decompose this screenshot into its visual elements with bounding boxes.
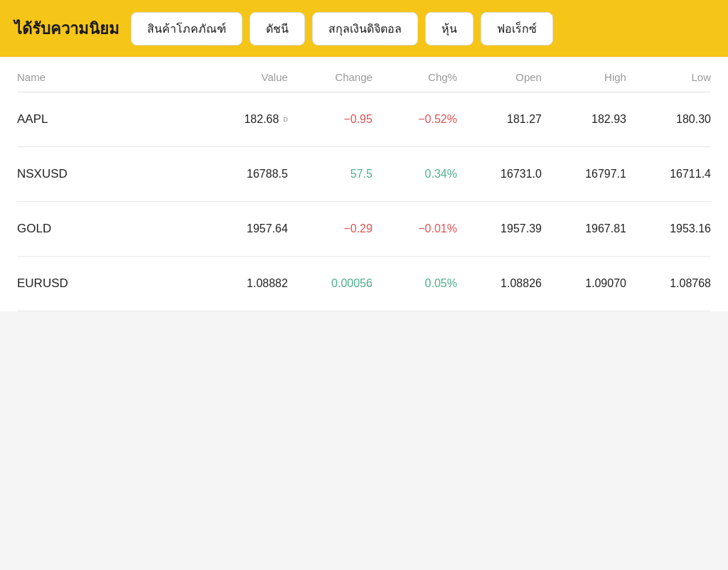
cell-change: 0.00056 xyxy=(288,277,373,290)
cell-chg-pct: 0.05% xyxy=(373,277,457,290)
cell-open: 16731.0 xyxy=(457,168,542,181)
col-name: Name xyxy=(17,71,186,83)
nav-buttons: สินค้าโภคภัณฑ์ดัชนีสกุลเงินดิจิตอลหุ้นฟอ… xyxy=(131,12,553,45)
nav-btn-stock[interactable]: หุ้น xyxy=(425,12,473,45)
table-row[interactable]: NSXUSD 16788.5 57.5 0.34% 16731.0 16797.… xyxy=(17,147,711,202)
header: ได้รับความนิยม สินค้าโภคภัณฑ์ดัชนีสกุลเง… xyxy=(0,0,728,57)
cell-change: −0.29 xyxy=(288,222,373,235)
cell-high: 16797.1 xyxy=(542,168,626,181)
header-title: ได้รับความนิยม xyxy=(14,16,119,41)
cell-high: 1967.81 xyxy=(542,222,626,235)
col-chg-pct: Chg% xyxy=(373,71,457,83)
nav-btn-forex[interactable]: ฟอเร็กซ์ xyxy=(481,12,553,45)
cell-high: 1.09070 xyxy=(542,277,626,290)
cell-name: NSXUSD xyxy=(17,167,186,181)
cell-change: −0.95 xyxy=(288,113,373,126)
cell-value: 16788.5 xyxy=(186,168,288,181)
cell-open: 181.27 xyxy=(457,113,542,126)
main-content: Name Value Change Chg% Open High Low AAP… xyxy=(0,57,728,311)
table-body: AAPL 182.68D −0.95 −0.52% 181.27 182.93 … xyxy=(17,92,711,311)
nav-btn-index[interactable]: ดัชนี xyxy=(250,12,305,45)
col-change: Change xyxy=(288,71,373,83)
cell-name: GOLD xyxy=(17,222,186,236)
table-header: Name Value Change Chg% Open High Low xyxy=(17,57,711,92)
cell-open: 1.08826 xyxy=(457,277,542,290)
cell-name: AAPL xyxy=(17,112,186,127)
cell-low: 16711.4 xyxy=(626,168,711,181)
cell-chg-pct: 0.34% xyxy=(373,168,457,181)
cell-high: 182.93 xyxy=(542,113,626,126)
cell-change: 57.5 xyxy=(288,168,373,181)
cell-value: 182.68D xyxy=(186,113,288,126)
nav-btn-commodity[interactable]: สินค้าโภคภัณฑ์ xyxy=(131,12,242,45)
table-row[interactable]: EURUSD 1.08882 0.00056 0.05% 1.08826 1.0… xyxy=(17,257,711,311)
cell-value: 1.08882 xyxy=(186,277,288,290)
cell-low: 180.30 xyxy=(626,113,711,126)
nav-btn-crypto[interactable]: สกุลเงินดิจิตอล xyxy=(312,12,418,45)
cell-chg-pct: −0.01% xyxy=(373,222,457,235)
cell-value: 1957.64 xyxy=(186,222,288,235)
col-high: High xyxy=(542,71,626,83)
cell-low: 1953.16 xyxy=(626,222,711,235)
table-row[interactable]: GOLD 1957.64 −0.29 −0.01% 1957.39 1967.8… xyxy=(17,202,711,257)
cell-name: EURUSD xyxy=(17,276,186,291)
cell-chg-pct: −0.52% xyxy=(373,113,457,126)
cell-open: 1957.39 xyxy=(457,222,542,235)
col-low: Low xyxy=(626,71,711,83)
table-row[interactable]: AAPL 182.68D −0.95 −0.52% 181.27 182.93 … xyxy=(17,92,711,147)
col-open: Open xyxy=(457,71,542,83)
cell-low: 1.08768 xyxy=(626,277,711,290)
col-value: Value xyxy=(186,71,288,83)
